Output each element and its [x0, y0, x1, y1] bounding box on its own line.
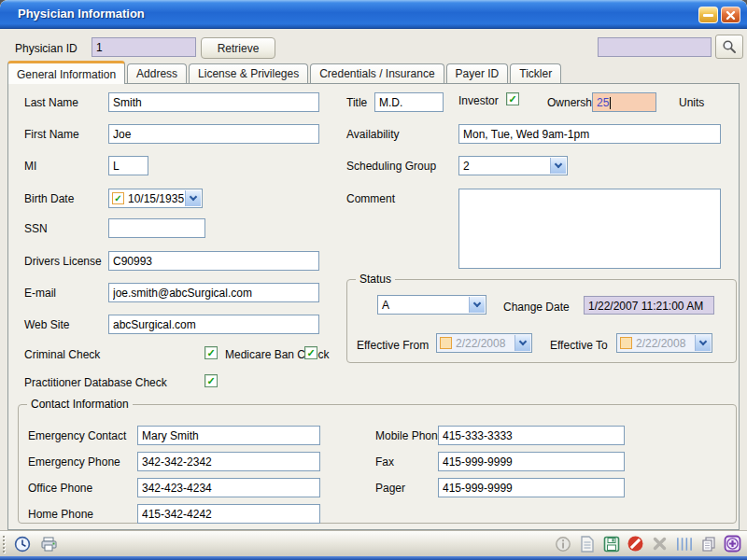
search-button[interactable] [715, 35, 743, 59]
cancel-icon [627, 535, 644, 553]
copy-pages-icon [700, 536, 717, 553]
last-name-input[interactable] [108, 92, 319, 112]
tab-address[interactable]: Address [127, 63, 187, 84]
effective-to-checkbox[interactable] [620, 337, 632, 349]
status-value: A [382, 299, 389, 312]
tab-payer-id[interactable]: Payer ID [446, 63, 509, 84]
window-title: Physician Information [18, 7, 145, 21]
minimize-icon [703, 14, 713, 17]
new-record-button[interactable] [578, 535, 596, 553]
info-icon [555, 536, 571, 553]
mobile-phone-label: Mobile Phone [375, 429, 444, 442]
document-icon [580, 536, 595, 553]
units-label: Units [679, 96, 704, 109]
change-date-field: 1/22/2007 11:21:00 AM [584, 296, 714, 315]
info-button[interactable] [554, 535, 571, 553]
first-name-input[interactable] [108, 124, 319, 144]
save-button[interactable] [602, 535, 620, 553]
contact-information-group-label: Contact Information [27, 398, 133, 411]
chevron-down-icon [190, 193, 197, 201]
office-phone-input[interactable] [137, 478, 320, 497]
status-bar [0, 530, 747, 556]
effective-to-value: 2/22/2008 [636, 337, 685, 350]
email-label: E-mail [24, 287, 56, 300]
check-icon: ✓ [306, 348, 315, 358]
printer-icon [40, 536, 58, 553]
exit-app-button[interactable] [724, 535, 741, 553]
delete-button[interactable] [651, 535, 669, 553]
change-date-label: Change Date [503, 301, 570, 314]
effective-to-dropdown-button[interactable] [695, 335, 711, 351]
scheduling-group-dropdown-button[interactable] [550, 158, 566, 174]
pager-input[interactable] [438, 478, 625, 497]
check-icon: ✓ [114, 194, 121, 203]
birth-date-picker[interactable]: ✓ 10/15/1935 [108, 189, 203, 208]
retrieve-button[interactable]: Retrieve [201, 37, 275, 59]
statusbar-right-tools [554, 535, 741, 553]
availability-input[interactable] [458, 124, 721, 144]
chevron-down-icon [473, 300, 481, 307]
scheduling-group-dropdown[interactable]: 2 [458, 156, 568, 175]
copy-button[interactable] [699, 535, 717, 553]
criminal-check-checkbox[interactable]: ✓ [204, 346, 218, 359]
chevron-down-icon [519, 338, 527, 345]
effective-from-picker[interactable]: 2/22/2008 [436, 333, 532, 353]
save-floppy-icon [603, 536, 620, 553]
fax-label: Fax [375, 455, 394, 469]
practitioner-database-check-checkbox[interactable]: ✓ [204, 374, 218, 387]
mi-label: MI [24, 160, 36, 173]
fax-input[interactable] [438, 452, 625, 471]
cancel-button[interactable] [627, 535, 644, 553]
effective-from-dropdown-button[interactable] [514, 335, 530, 351]
emergency-phone-input[interactable] [137, 452, 320, 471]
birth-date-value: 10/15/1935 [128, 192, 184, 205]
emergency-contact-input[interactable] [137, 426, 320, 445]
vertical-bars-icon [675, 536, 693, 553]
home-phone-input[interactable] [137, 504, 320, 524]
text-caret [610, 97, 611, 109]
delete-x-icon [652, 536, 668, 552]
scheduling-group-value: 2 [463, 160, 470, 173]
title-input[interactable] [374, 92, 444, 112]
email-input[interactable] [108, 283, 319, 302]
physician-id-input[interactable] [92, 37, 196, 57]
physician-information-window: Physician Information Physician ID Retri… [0, 0, 747, 560]
close-button[interactable] [721, 7, 740, 23]
statusbar-left-tools [13, 535, 58, 553]
grip-dots [3, 536, 5, 553]
last-name-label: Last Name [24, 96, 78, 109]
print-button[interactable] [40, 535, 58, 553]
drivers-license-label: Drivers License [24, 255, 102, 268]
birth-date-label: Birth Date [24, 192, 74, 205]
tab-license-privileges[interactable]: License & Privileges [189, 63, 308, 84]
mobile-phone-input[interactable] [438, 426, 625, 445]
medicare-ban-check-checkbox[interactable]: ✓ [304, 346, 317, 359]
effective-from-value: 2/22/2008 [456, 337, 505, 350]
birth-date-checkbox[interactable]: ✓ [112, 192, 124, 204]
drivers-license-input[interactable] [108, 251, 319, 271]
check-icon: ✓ [508, 94, 516, 105]
comment-textarea[interactable] [458, 189, 721, 269]
history-clock-button[interactable] [13, 535, 31, 553]
effective-from-checkbox[interactable] [440, 337, 452, 349]
tab-strip: General Information Address License & Pr… [7, 62, 561, 84]
tab-tickler[interactable]: Tickler [510, 63, 561, 84]
tab-general-information[interactable]: General Information [7, 61, 125, 84]
investor-checkbox[interactable]: ✓ [506, 92, 519, 105]
birth-date-dropdown-button[interactable] [185, 190, 201, 206]
mi-input[interactable] [108, 156, 148, 175]
tab-credentials-insurance[interactable]: Credentials / Insurance [310, 63, 444, 84]
search-input[interactable] [598, 37, 712, 57]
check-icon: ✓ [206, 348, 215, 358]
web-site-input[interactable] [108, 315, 319, 334]
ownership-input[interactable]: 25 [592, 92, 656, 112]
ssn-input[interactable] [108, 218, 205, 238]
ownership-value: 25 [597, 96, 609, 109]
office-phone-label: Office Phone [28, 482, 92, 495]
status-dropdown-button[interactable] [469, 297, 485, 313]
search-icon [722, 39, 737, 54]
status-dropdown[interactable]: A [377, 295, 486, 315]
minimize-button[interactable] [698, 7, 718, 23]
effective-to-picker[interactable]: 2/22/2008 [616, 333, 712, 353]
practitioner-database-check-label: Practitioner Database Check [24, 376, 167, 389]
